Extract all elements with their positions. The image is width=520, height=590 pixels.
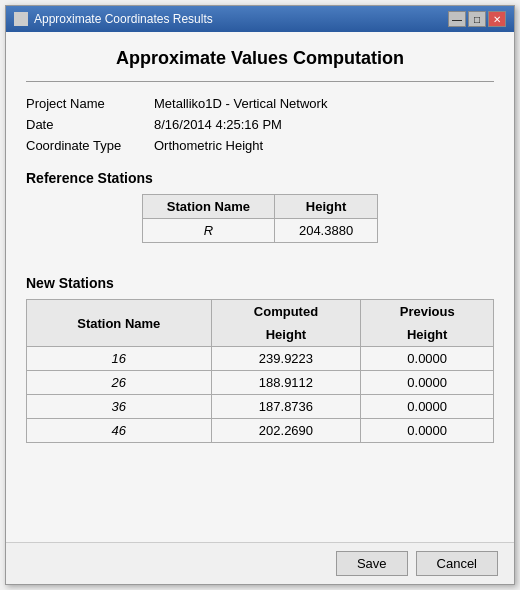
ref-table-header-row: Station Name Height — [142, 195, 377, 219]
window-icon — [14, 12, 28, 26]
new-col-computed-bottom: Height — [211, 323, 361, 347]
info-section: Project Name Metalliko1D - Vertical Netw… — [26, 94, 494, 156]
new-col-station: Station Name — [27, 300, 212, 347]
page-title: Approximate Values Computation — [26, 48, 494, 69]
new-section-title: New Stations — [26, 275, 494, 291]
project-row: Project Name Metalliko1D - Vertical Netw… — [26, 94, 494, 115]
main-window: Approximate Coordinates Results — □ ✕ Ap… — [5, 5, 515, 585]
title-bar: Approximate Coordinates Results — □ ✕ — [6, 6, 514, 32]
new-table-row: 16239.92230.0000 — [27, 347, 494, 371]
ref-table-wrap: Station Name Height R204.3880 — [26, 194, 494, 259]
save-button[interactable]: Save — [336, 551, 408, 576]
project-value: Metalliko1D - Vertical Network — [154, 94, 327, 115]
new-table-row: 26188.91120.0000 — [27, 371, 494, 395]
new-previous-cell: 0.0000 — [361, 419, 494, 443]
title-controls: — □ ✕ — [448, 11, 506, 27]
new-table-row: 36187.87360.0000 — [27, 395, 494, 419]
new-station-cell: 16 — [27, 347, 212, 371]
new-station-cell: 26 — [27, 371, 212, 395]
ref-station-cell: R — [142, 219, 274, 243]
ref-section-title: Reference Stations — [26, 170, 494, 186]
new-col-previous-top: Previous — [361, 300, 494, 324]
minimize-button[interactable]: — — [448, 11, 466, 27]
ref-table-row: R204.3880 — [142, 219, 377, 243]
ref-col-station: Station Name — [142, 195, 274, 219]
new-col-previous-bottom: Height — [361, 323, 494, 347]
ref-table: Station Name Height R204.3880 — [142, 194, 378, 243]
cancel-button[interactable]: Cancel — [416, 551, 498, 576]
ref-height-cell: 204.3880 — [274, 219, 377, 243]
new-table-header-row-1: Station Name Computed Previous — [27, 300, 494, 324]
content-area: Approximate Values Computation Project N… — [6, 32, 514, 542]
ref-col-height: Height — [274, 195, 377, 219]
project-label: Project Name — [26, 94, 146, 115]
footer: Save Cancel — [6, 542, 514, 584]
new-previous-cell: 0.0000 — [361, 347, 494, 371]
window-title: Approximate Coordinates Results — [34, 12, 213, 26]
new-computed-cell: 187.8736 — [211, 395, 361, 419]
new-table: Station Name Computed Previous Height He… — [26, 299, 494, 443]
date-row: Date 8/16/2014 4:25:16 PM — [26, 115, 494, 136]
new-computed-cell: 239.9223 — [211, 347, 361, 371]
title-divider — [26, 81, 494, 82]
new-col-computed-top: Computed — [211, 300, 361, 324]
coord-type-row: Coordinate Type Orthometric Height — [26, 136, 494, 157]
date-label: Date — [26, 115, 146, 136]
new-station-cell: 36 — [27, 395, 212, 419]
maximize-button[interactable]: □ — [468, 11, 486, 27]
new-previous-cell: 0.0000 — [361, 371, 494, 395]
new-computed-cell: 188.9112 — [211, 371, 361, 395]
new-computed-cell: 202.2690 — [211, 419, 361, 443]
new-table-row: 46202.26900.0000 — [27, 419, 494, 443]
new-previous-cell: 0.0000 — [361, 395, 494, 419]
new-station-cell: 46 — [27, 419, 212, 443]
coord-type-label: Coordinate Type — [26, 136, 146, 157]
title-bar-text: Approximate Coordinates Results — [14, 12, 213, 26]
date-value: 8/16/2014 4:25:16 PM — [154, 115, 282, 136]
coord-type-value: Orthometric Height — [154, 136, 263, 157]
close-button[interactable]: ✕ — [488, 11, 506, 27]
